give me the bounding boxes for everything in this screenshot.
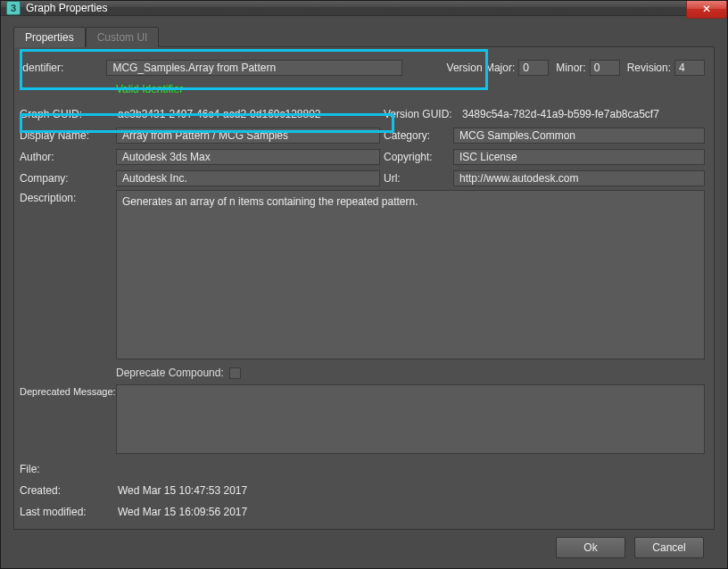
created-label: Created: bbox=[20, 484, 116, 497]
copyright-label: Copyright: bbox=[384, 151, 450, 163]
url-label: Url: bbox=[384, 172, 450, 185]
version-minor-label: Minor: bbox=[556, 62, 585, 74]
created-value: Wed Mar 15 10:47:53 2017 bbox=[116, 484, 247, 497]
last-modified-label: Last modified: bbox=[20, 506, 116, 518]
valid-identifier-text: Valid Identifier bbox=[116, 83, 183, 95]
content-area: Properties Custom UI Identifier: Version… bbox=[1, 16, 727, 569]
last-modified-value: Wed Mar 15 16:09:56 2017 bbox=[116, 506, 247, 518]
tab-properties[interactable]: Properties bbox=[13, 27, 86, 47]
display-name-label: Display Name: bbox=[20, 129, 116, 142]
company-label: Company: bbox=[20, 172, 116, 185]
footer: Ok Cancel bbox=[13, 530, 715, 565]
author-input[interactable] bbox=[116, 149, 380, 165]
url-input[interactable] bbox=[453, 170, 705, 186]
deprecated-message-label: Deprecated Message: bbox=[20, 384, 116, 397]
description-textarea[interactable]: Generates an array of n items containing… bbox=[116, 190, 705, 359]
version-revision-input[interactable] bbox=[674, 60, 705, 76]
deprecated-message-textarea[interactable] bbox=[116, 384, 705, 454]
identifier-input[interactable] bbox=[106, 60, 401, 76]
identifier-label: Identifier: bbox=[20, 62, 106, 74]
author-label: Author: bbox=[20, 151, 116, 163]
company-input[interactable] bbox=[116, 170, 380, 186]
copyright-input[interactable] bbox=[453, 149, 705, 165]
deprecate-compound-label: Deprecate Compound: bbox=[116, 367, 224, 379]
window: 3 Graph Properties ✕ Properties Custom U… bbox=[0, 0, 728, 569]
graph-guid-value: ae3b3431-2497-46c4-acd2-0d169c128802 bbox=[116, 108, 384, 120]
display-name-input[interactable] bbox=[116, 128, 380, 144]
deprecate-compound-checkbox[interactable] bbox=[229, 367, 241, 379]
version-minor-input[interactable] bbox=[590, 60, 620, 76]
graph-guid-label: Graph GUID: bbox=[20, 108, 116, 120]
properties-panel: Identifier: Version Major: Minor: Revisi… bbox=[13, 46, 715, 530]
titlebar: 3 Graph Properties ✕ bbox=[1, 1, 727, 16]
description-label: Description: bbox=[20, 190, 116, 204]
version-revision-label: Revision: bbox=[627, 62, 671, 74]
version-guid-label: Version GUID: bbox=[384, 108, 457, 120]
category-input[interactable] bbox=[453, 128, 705, 144]
version-guid-value: 3489c54a-782d-41a9-b599-fe7ab8ca5cf7 bbox=[460, 108, 659, 120]
version-major-input[interactable] bbox=[518, 60, 549, 76]
cancel-button[interactable]: Cancel bbox=[634, 537, 704, 558]
tab-bar: Properties Custom UI bbox=[13, 27, 715, 47]
category-label: Category: bbox=[384, 129, 450, 142]
version-major-label: Version Major: bbox=[447, 62, 516, 74]
file-label: File: bbox=[20, 463, 116, 475]
ok-button[interactable]: Ok bbox=[556, 537, 625, 558]
window-title: Graph Properties bbox=[26, 2, 107, 14]
tab-custom-ui[interactable]: Custom UI bbox=[86, 27, 160, 47]
app-icon: 3 bbox=[6, 1, 21, 15]
